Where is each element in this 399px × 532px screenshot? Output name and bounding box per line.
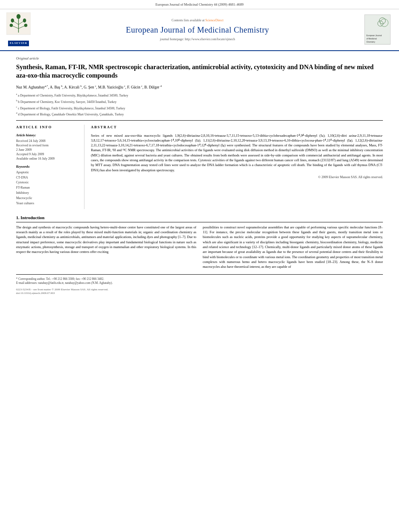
svg-text:European Journal: European Journal — [366, 35, 382, 37]
issn-doi-area: 0223-5234/$ – see front matter © 2009 El… — [16, 288, 108, 296]
article-title: Synthesis, Raman, FT-IR, NMR spectroscop… — [16, 63, 383, 80]
copyright: © 2009 Elsevier Masson SAS. All rights r… — [91, 175, 383, 179]
elsevier-box: ELSEVIER — [8, 41, 29, 46]
journal-reference-bar: European Journal of Medicinal Chemistry … — [0, 0, 399, 9]
journal-title: European Journal of Medicinal Chemistry — [39, 24, 356, 35]
keyword-7: Yeast cultures — [16, 201, 79, 206]
footer-bottom: 0223-5234/$ – see front matter © 2009 El… — [16, 288, 383, 296]
svg-point-9 — [10, 24, 13, 27]
accepted-date: Accepted 9 July 2009 — [16, 152, 79, 156]
abstract-column: ABSTRACT Series of new mixed aza-oxo-thi… — [91, 125, 383, 209]
intro-right-text: possibilities to construct novel supramo… — [203, 225, 383, 269]
available-date: Available online 16 July 2009 — [16, 156, 79, 161]
authors-line: Naz M. Aghatabaya,*, A. Baş b, A. Kircal… — [16, 84, 383, 90]
revised-label: Received in revised form — [16, 143, 79, 148]
keyword-2: CT-DNA — [16, 175, 79, 181]
svg-text:Chemistry: Chemistry — [366, 41, 375, 43]
footer-section: * Corresponding author. Tel.: +90 212 86… — [16, 274, 383, 296]
intro-right-col: possibilities to construct novel supramo… — [203, 225, 383, 269]
keyword-4: FT-Raman — [16, 185, 79, 191]
introduction-section: 1. Introduction The design and synthesis… — [16, 215, 383, 269]
elsevier-logo-area: ELSEVIER — [6, 12, 31, 47]
keywords-list: Apoptotic CT-DNA Cytotoxic FT-Raman Inhi… — [16, 170, 79, 206]
journal-cover: European Journal of Medicinal Chemistry — [364, 14, 393, 45]
abstract-text: Series of new mixed aza-oxo-thia macrocy… — [91, 133, 383, 173]
authors-text: Naz M. Aghatabaya,*, A. Baş b, A. Kircal… — [16, 85, 162, 89]
elsevier-logo-svg — [6, 12, 31, 41]
issn-text: 0223-5234/$ – see front matter © 2009 El… — [16, 288, 108, 292]
homepage-text: journal homepage: http://www.elsevier.co… — [160, 37, 235, 41]
keywords-title: Keywords: — [16, 164, 79, 169]
article-info-label: ARTICLE INFO — [16, 125, 79, 130]
article-info-column: ARTICLE INFO Article history: Received 2… — [16, 125, 84, 209]
email-note: E-mail addresses: natabay@fatih.edu.tr, … — [16, 281, 383, 286]
affil-d: d d Department of Biology, Çanakkale Ons… — [16, 111, 383, 117]
affil-c: c c Department of Biology, Fatih Univers… — [16, 105, 383, 111]
article-history-group: Article history: Received 24 July 2008 R… — [16, 133, 79, 161]
journal-header: ELSEVIER Contents lists available at Sci… — [0, 9, 399, 51]
revised-date: 2 June 2009 — [16, 148, 79, 152]
received-date: Received 24 July 2008 — [16, 139, 79, 143]
elsevier-logo: ELSEVIER — [6, 12, 31, 47]
cover-svg: European Journal of Medicinal Chemistry — [365, 14, 390, 45]
article-type: Original article — [16, 56, 383, 61]
history-title: Article history: — [16, 133, 79, 138]
svg-point-8 — [23, 18, 26, 23]
introduction-heading: 1. Introduction — [16, 215, 383, 222]
corresponding-author-note: * Corresponding author. Tel.: +90 212 86… — [16, 277, 383, 281]
keyword-6: Macrocyclic — [16, 196, 79, 201]
keyword-3: Cytotoxic — [16, 180, 79, 185]
affiliations: a a Department of Chemistry, Fatih Unive… — [16, 92, 383, 117]
svg-point-7 — [11, 18, 14, 23]
sciencedirect-line: Contents lists available at ScienceDirec… — [39, 18, 356, 23]
contents-text: Contents lists available at — [172, 18, 205, 22]
affil-a: a a Department of Chemistry, Fatih Unive… — [16, 92, 383, 98]
affil-b: b b Department of Chemistry, Koc Univers… — [16, 99, 383, 105]
article-info-abstract-section: ARTICLE INFO Article history: Received 2… — [16, 120, 383, 209]
introduction-body: The design and synthesis of macrocyclic … — [16, 225, 383, 269]
keyword-1: Apoptotic — [16, 170, 79, 175]
main-content: Original article Synthesis, Raman, FT-IR… — [0, 51, 399, 301]
doi-text: doi:10.1016/j.ejmech.2009.07.003 — [16, 292, 108, 296]
page-wrapper: European Journal of Medicinal Chemistry … — [0, 0, 399, 532]
journal-homepage: journal homepage: http://www.elsevier.co… — [39, 37, 356, 41]
svg-point-10 — [24, 24, 27, 27]
journal-cover-image: European Journal of Medicinal Chemistry — [364, 14, 391, 45]
elsevier-text: ELSEVIER — [10, 41, 27, 45]
keyword-5: Inhibitory — [16, 191, 79, 196]
journal-header-center: Contents lists available at ScienceDirec… — [31, 18, 364, 41]
svg-text:of Medicinal: of Medicinal — [366, 38, 377, 40]
sciencedirect-link[interactable]: ScienceDirect — [206, 18, 224, 22]
abstract-label: ABSTRACT — [91, 125, 383, 130]
intro-left-col: The design and synthesis of macrocyclic … — [16, 225, 196, 269]
keywords-group: Keywords: Apoptotic CT-DNA Cytotoxic FT-… — [16, 164, 79, 206]
intro-left-text: The design and synthesis of macrocyclic … — [16, 225, 196, 255]
journal-reference-text: European Journal of Medicinal Chemistry … — [156, 2, 244, 6]
svg-point-6 — [16, 14, 21, 19]
